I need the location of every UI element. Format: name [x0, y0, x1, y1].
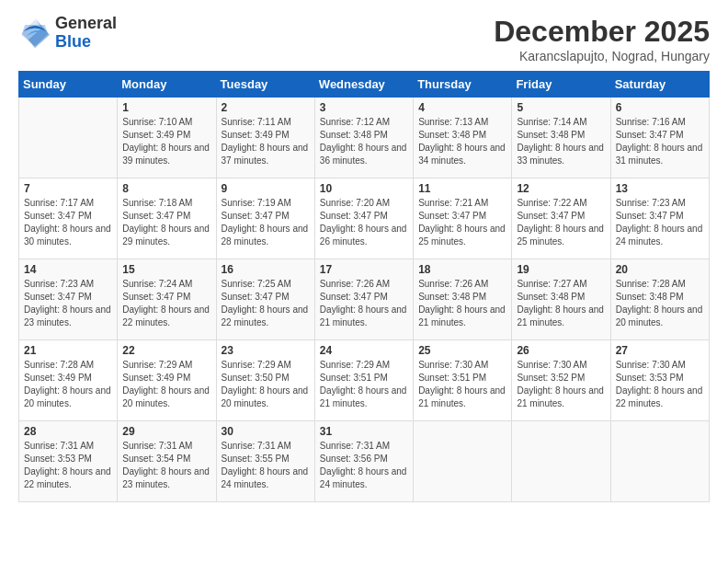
day-info: Sunrise: 7:28 AM Sunset: 3:49 PM Dayligh…	[24, 359, 112, 410]
day-info: Sunrise: 7:17 AM Sunset: 3:47 PM Dayligh…	[24, 197, 112, 248]
sunset: Sunset: 3:48 PM	[517, 292, 585, 302]
day-number: 14	[24, 263, 112, 276]
sunset: Sunset: 3:47 PM	[222, 211, 290, 221]
sunset: Sunset: 3:47 PM	[122, 211, 190, 221]
sunset: Sunset: 3:47 PM	[222, 292, 290, 302]
calendar-cell: 5 Sunrise: 7:14 AM Sunset: 3:48 PM Dayli…	[512, 98, 610, 178]
daylight: Daylight: 8 hours and 34 minutes.	[418, 143, 506, 166]
daylight: Daylight: 8 hours and 21 minutes.	[320, 385, 407, 408]
sunrise: Sunrise: 7:10 AM	[122, 117, 192, 127]
day-number: 6	[616, 101, 704, 114]
day-number: 1	[122, 101, 210, 114]
day-number: 9	[222, 182, 310, 195]
daylight: Daylight: 8 hours and 39 minutes.	[122, 143, 210, 166]
calendar-cell: 14 Sunrise: 7:23 AM Sunset: 3:47 PM Dayl…	[19, 259, 118, 340]
day-number: 30	[222, 425, 310, 438]
day-info: Sunrise: 7:29 AM Sunset: 3:49 PM Dayligh…	[122, 359, 210, 410]
sunset: Sunset: 3:47 PM	[320, 211, 388, 221]
day-number: 15	[122, 263, 210, 276]
calendar-cell: 7 Sunrise: 7:17 AM Sunset: 3:47 PM Dayli…	[19, 178, 118, 259]
sunset: Sunset: 3:50 PM	[222, 373, 290, 383]
sunrise: Sunrise: 7:12 AM	[320, 117, 390, 127]
day-number: 29	[122, 425, 210, 438]
day-info: Sunrise: 7:25 AM Sunset: 3:47 PM Dayligh…	[222, 278, 310, 329]
day-number: 21	[24, 344, 112, 357]
daylight: Daylight: 8 hours and 21 minutes.	[517, 304, 604, 327]
day-info: Sunrise: 7:26 AM Sunset: 3:48 PM Dayligh…	[418, 278, 506, 329]
calendar-cell: 2 Sunrise: 7:11 AM Sunset: 3:49 PM Dayli…	[216, 98, 314, 178]
calendar-cell: 10 Sunrise: 7:20 AM Sunset: 3:47 PM Dayl…	[314, 178, 413, 259]
sunrise: Sunrise: 7:16 AM	[616, 117, 686, 127]
calendar-cell: 27 Sunrise: 7:30 AM Sunset: 3:53 PM Dayl…	[610, 340, 709, 421]
daylight: Daylight: 8 hours and 21 minutes.	[517, 385, 604, 408]
sunrise: Sunrise: 7:25 AM	[222, 279, 291, 289]
calendar-week-row: 28 Sunrise: 7:31 AM Sunset: 3:53 PM Dayl…	[19, 421, 710, 502]
calendar-cell: 9 Sunrise: 7:19 AM Sunset: 3:47 PM Dayli…	[216, 178, 314, 259]
day-number: 31	[320, 425, 408, 438]
calendar-cell: 30 Sunrise: 7:31 AM Sunset: 3:55 PM Dayl…	[216, 421, 314, 502]
day-info: Sunrise: 7:23 AM Sunset: 3:47 PM Dayligh…	[616, 197, 704, 248]
day-info: Sunrise: 7:28 AM Sunset: 3:48 PM Dayligh…	[616, 278, 704, 329]
sunset: Sunset: 3:48 PM	[418, 130, 486, 140]
day-number: 24	[320, 344, 408, 357]
calendar-cell: 8 Sunrise: 7:18 AM Sunset: 3:47 PM Dayli…	[118, 178, 216, 259]
day-info: Sunrise: 7:21 AM Sunset: 3:47 PM Dayligh…	[418, 197, 506, 248]
calendar-cell: 31 Sunrise: 7:31 AM Sunset: 3:56 PM Dayl…	[314, 421, 413, 502]
calendar-cell: 29 Sunrise: 7:31 AM Sunset: 3:54 PM Dayl…	[118, 421, 216, 502]
sunset: Sunset: 3:56 PM	[320, 454, 388, 464]
daylight: Daylight: 8 hours and 21 minutes.	[320, 304, 407, 327]
day-number: 11	[418, 182, 506, 195]
calendar-cell: 22 Sunrise: 7:29 AM Sunset: 3:49 PM Dayl…	[118, 340, 216, 421]
calendar-cell: 25 Sunrise: 7:30 AM Sunset: 3:51 PM Dayl…	[414, 340, 512, 421]
day-info: Sunrise: 7:24 AM Sunset: 3:47 PM Dayligh…	[122, 278, 210, 329]
sunset: Sunset: 3:52 PM	[517, 373, 585, 383]
sunset: Sunset: 3:47 PM	[616, 130, 684, 140]
sunset: Sunset: 3:51 PM	[418, 373, 486, 383]
logo: General Blue	[18, 15, 117, 52]
sunrise: Sunrise: 7:22 AM	[517, 198, 586, 208]
daylight: Daylight: 8 hours and 37 minutes.	[222, 143, 309, 166]
day-number: 4	[418, 101, 506, 114]
daylight: Daylight: 8 hours and 22 minutes.	[122, 304, 210, 327]
sunset: Sunset: 3:49 PM	[122, 373, 190, 383]
weekday-header-thursday: Thursday	[414, 72, 512, 98]
logo-text: General Blue	[55, 15, 117, 52]
sunset: Sunset: 3:53 PM	[24, 454, 92, 464]
daylight: Daylight: 8 hours and 21 minutes.	[418, 385, 506, 408]
month-title: December 2025	[494, 15, 710, 49]
weekday-header-saturday: Saturday	[610, 72, 709, 98]
day-info: Sunrise: 7:30 AM Sunset: 3:52 PM Dayligh…	[517, 359, 605, 410]
calendar-cell: 20 Sunrise: 7:28 AM Sunset: 3:48 PM Dayl…	[610, 259, 709, 340]
calendar-cell: 19 Sunrise: 7:27 AM Sunset: 3:48 PM Dayl…	[512, 259, 610, 340]
daylight: Daylight: 8 hours and 20 minutes.	[24, 385, 111, 408]
sunrise: Sunrise: 7:20 AM	[320, 198, 390, 208]
day-info: Sunrise: 7:11 AM Sunset: 3:49 PM Dayligh…	[222, 116, 310, 167]
day-info: Sunrise: 7:30 AM Sunset: 3:51 PM Dayligh…	[418, 359, 506, 410]
weekday-header-monday: Monday	[118, 72, 216, 98]
sunset: Sunset: 3:54 PM	[122, 454, 190, 464]
sunset: Sunset: 3:48 PM	[616, 292, 684, 302]
day-number: 10	[320, 182, 408, 195]
weekday-header-wednesday: Wednesday	[314, 72, 413, 98]
weekday-header-sunday: Sunday	[19, 72, 118, 98]
sunset: Sunset: 3:49 PM	[24, 373, 92, 383]
day-info: Sunrise: 7:23 AM Sunset: 3:47 PM Dayligh…	[24, 278, 112, 329]
logo-icon	[18, 17, 51, 50]
day-info: Sunrise: 7:14 AM Sunset: 3:48 PM Dayligh…	[517, 116, 605, 167]
sunset: Sunset: 3:53 PM	[616, 373, 684, 383]
sunrise: Sunrise: 7:30 AM	[418, 360, 488, 370]
calendar-cell: 13 Sunrise: 7:23 AM Sunset: 3:47 PM Dayl…	[610, 178, 709, 259]
sunrise: Sunrise: 7:24 AM	[122, 279, 192, 289]
day-number: 19	[517, 263, 605, 276]
calendar-cell: 16 Sunrise: 7:25 AM Sunset: 3:47 PM Dayl…	[216, 259, 314, 340]
sunrise: Sunrise: 7:30 AM	[616, 360, 686, 370]
day-info: Sunrise: 7:19 AM Sunset: 3:47 PM Dayligh…	[222, 197, 310, 248]
calendar-week-row: 21 Sunrise: 7:28 AM Sunset: 3:49 PM Dayl…	[19, 340, 710, 421]
day-info: Sunrise: 7:31 AM Sunset: 3:56 PM Dayligh…	[320, 440, 408, 491]
sunrise: Sunrise: 7:21 AM	[418, 198, 488, 208]
daylight: Daylight: 8 hours and 23 minutes.	[122, 466, 210, 489]
calendar-cell: 4 Sunrise: 7:13 AM Sunset: 3:48 PM Dayli…	[414, 98, 512, 178]
sunrise: Sunrise: 7:14 AM	[517, 117, 586, 127]
day-info: Sunrise: 7:31 AM Sunset: 3:53 PM Dayligh…	[24, 440, 112, 491]
day-number: 20	[616, 263, 704, 276]
